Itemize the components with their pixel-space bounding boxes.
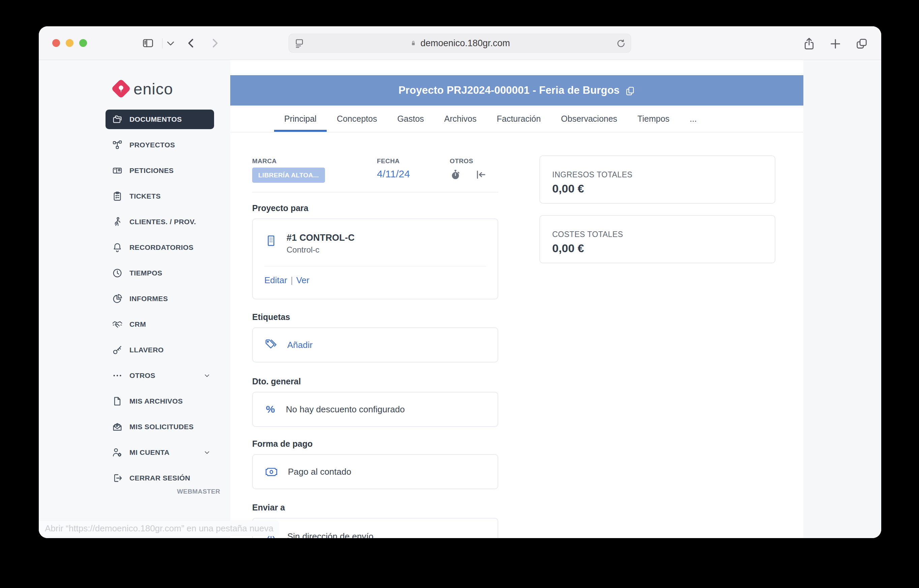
sidebar-item-label: OTROS xyxy=(129,372,155,380)
forma-pago-text: Pago al contado xyxy=(288,467,351,477)
url-bar[interactable]: demoenico.180gr.com xyxy=(289,34,631,53)
reload-icon[interactable] xyxy=(616,39,626,48)
mailbox-icon xyxy=(111,165,123,177)
detail-column: MARCA LIBRERÍA ALTOA... FECHA 4/11/24 OT… xyxy=(252,132,498,538)
ver-link[interactable]: Ver xyxy=(296,275,310,285)
browser-window: demoenico.180gr.com xyxy=(39,26,881,538)
new-tab-icon[interactable] xyxy=(829,36,842,51)
section-heading-dto-general: Dto. general xyxy=(252,376,498,386)
tab-tiempos[interactable]: Tiempos xyxy=(627,105,680,132)
tab-principal[interactable]: Principal xyxy=(274,105,327,132)
marca-badge[interactable]: LIBRERÍA ALTOA... xyxy=(252,168,325,183)
sidebar-item-peticiones[interactable]: PETICIONES xyxy=(105,161,214,180)
sidebar-item-mis-archivos[interactable]: MIS ARCHIVOS xyxy=(105,391,214,411)
sidebar-item-recordatorios[interactable]: RECORDATORIOS xyxy=(105,238,214,257)
tab-archivos[interactable]: Archivos xyxy=(434,105,487,132)
zoom-window-button[interactable] xyxy=(79,39,87,47)
costes-value: 0,00 € xyxy=(552,242,762,255)
ingresos-card: INGRESOS TOTALES 0,00 € xyxy=(539,155,775,204)
sidebar-item-llavero[interactable]: LLAVERO xyxy=(105,340,214,360)
logout-icon xyxy=(111,472,123,484)
tab-bar: Principal Conceptos Gastos Archivos Fact… xyxy=(230,105,803,132)
costes-label: COSTES TOTALES xyxy=(552,230,762,239)
sidebar: enico DOCUMENTOS PROYECTOS xyxy=(39,60,230,538)
sidebar-item-label: CRM xyxy=(129,320,146,328)
sidebar-item-label: INFORMES xyxy=(129,295,168,303)
clock-icon xyxy=(111,267,123,279)
sidebar-item-label: MIS ARCHIVOS xyxy=(129,397,183,405)
logged-in-user-label: WEBMASTER xyxy=(177,488,214,495)
close-window-button[interactable] xyxy=(52,39,60,47)
url-text[interactable]: demoenico.180gr.com xyxy=(420,38,510,48)
meta-row: MARCA LIBRERÍA ALTOA... FECHA 4/11/24 OT… xyxy=(252,132,498,183)
traffic-lights xyxy=(52,39,87,47)
card-divider xyxy=(264,266,486,267)
summary-column: INGRESOS TOTALES 0,00 € COSTES TOTALES 0… xyxy=(539,132,775,538)
tags-icon xyxy=(264,338,278,352)
tab-overview-icon[interactable] xyxy=(855,36,869,51)
anadir-link[interactable]: Añadir xyxy=(287,340,313,350)
chevron-down-icon[interactable] xyxy=(166,40,175,47)
hierarchy-icon xyxy=(111,139,123,151)
stopwatch-icon[interactable] xyxy=(450,168,461,181)
costes-card: COSTES TOTALES 0,00 € xyxy=(539,215,775,263)
sidebar-item-label: MIS SOLICITUDES xyxy=(129,423,194,431)
pie-chart-icon xyxy=(111,292,123,305)
marca-label: MARCA xyxy=(252,157,377,165)
percent-icon: % xyxy=(264,404,276,415)
sidebar-item-proyectos[interactable]: PROYECTOS xyxy=(105,135,214,155)
sidebar-item-otros[interactable]: OTROS xyxy=(105,366,214,385)
logo-text: enico xyxy=(134,79,173,98)
project-header-band: Proyecto PRJ2024-000001 - Feria de Burgo… xyxy=(230,75,803,105)
client-subtitle: Control-c xyxy=(287,245,355,255)
tab-conceptos[interactable]: Conceptos xyxy=(327,105,388,132)
skip-to-start-icon[interactable] xyxy=(475,169,487,181)
main-area: Proyecto PRJ2024-000001 - Feria de Burgo… xyxy=(230,60,803,538)
chevron-down-icon xyxy=(203,372,211,379)
dto-general-text: No hay descuento configurado xyxy=(286,404,405,415)
minimize-window-button[interactable] xyxy=(66,39,73,47)
sidebar-item-label: TIEMPOS xyxy=(129,269,162,277)
forward-button[interactable] xyxy=(208,36,221,50)
tab-gastos[interactable]: Gastos xyxy=(387,105,434,132)
ingresos-label: INGRESOS TOTALES xyxy=(552,170,762,179)
sidebar-item-cerrar-sesion[interactable]: CERRAR SESIÓN xyxy=(105,468,214,488)
sidebar-item-crm[interactable]: CRM xyxy=(105,315,214,334)
tab-observaciones[interactable]: Observaciones xyxy=(551,105,627,132)
section-heading-enviar-a: Enviar a xyxy=(252,503,498,512)
sidebar-item-mi-cuenta[interactable]: MI CUENTA xyxy=(105,443,214,462)
sidebar-item-informes[interactable]: INFORMES xyxy=(105,289,214,309)
sidebar-toggle-icon[interactable] xyxy=(141,37,155,49)
tab-more[interactable]: ... xyxy=(680,105,707,132)
sidebar-item-label: MI CUENTA xyxy=(129,448,170,457)
ellipsis-icon xyxy=(111,370,123,382)
chevron-down-icon xyxy=(203,449,211,456)
bell-icon xyxy=(111,241,123,254)
lock-icon xyxy=(410,39,417,48)
link-separator: | xyxy=(291,275,293,285)
page-content: enico DOCUMENTOS PROYECTOS xyxy=(39,60,881,538)
back-button[interactable] xyxy=(184,36,198,50)
section-heading-proyecto-para: Proyecto para xyxy=(252,203,498,213)
fecha-value[interactable]: 4/11/24 xyxy=(377,168,450,180)
app-logo[interactable]: enico xyxy=(114,80,230,97)
building-icon xyxy=(264,233,278,255)
sidebar-menu: DOCUMENTOS PROYECTOS PETICIONES xyxy=(105,110,214,495)
sidebar-item-clientes-prov[interactable]: CLIENTES. / PROV. xyxy=(105,212,214,232)
editar-link[interactable]: Editar xyxy=(264,275,287,285)
sidebar-item-documentos[interactable]: DOCUMENTOS xyxy=(105,110,214,129)
sidebar-item-label: DOCUMENTOS xyxy=(129,115,182,123)
sidebar-item-tickets[interactable]: TICKETS xyxy=(105,186,214,206)
copy-icon[interactable] xyxy=(625,86,635,96)
key-icon xyxy=(111,344,123,356)
clipboard-icon xyxy=(111,190,123,202)
sidebar-item-tiempos[interactable]: TIEMPOS xyxy=(105,263,214,283)
toolbar-right-buttons xyxy=(802,36,869,51)
share-icon[interactable] xyxy=(802,36,816,51)
sidebar-item-label: LLAVERO xyxy=(129,346,164,354)
sidebar-item-label: RECORDATORIOS xyxy=(129,244,194,252)
tab-facturacion[interactable]: Facturación xyxy=(486,105,551,132)
status-tooltip: Abrir “https://demoenico.180gr.com” en u… xyxy=(39,520,279,536)
reader-view-icon[interactable] xyxy=(294,38,305,49)
sidebar-item-mis-solicitudes[interactable]: MIS SOLICITUDES xyxy=(105,417,214,437)
